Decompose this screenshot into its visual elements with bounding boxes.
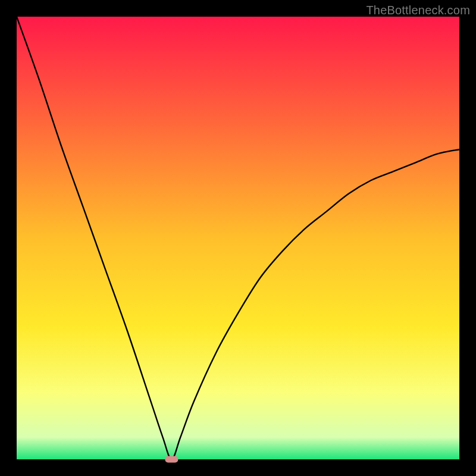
watermark-text: TheBottleneck.com [366,4,470,17]
plot-area [17,17,459,459]
bottleneck-chart: TheBottleneck.com [0,0,476,476]
minimum-marker [165,456,178,463]
chart-canvas [0,0,476,476]
